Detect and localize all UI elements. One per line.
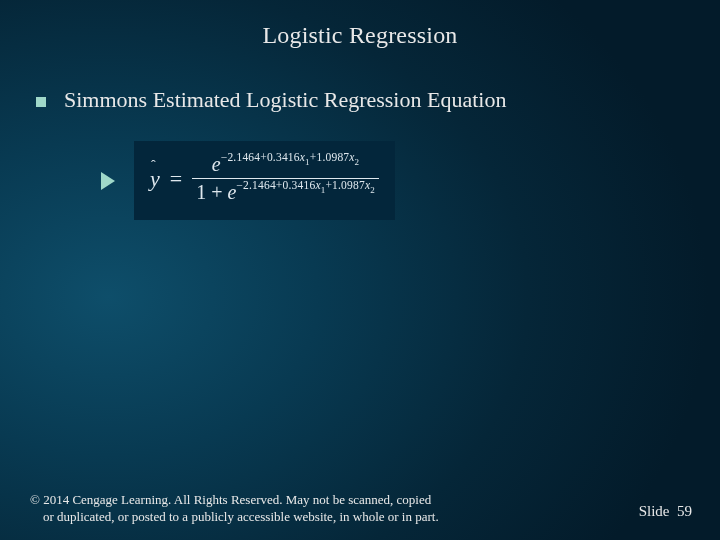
one-plus: 1 +	[196, 181, 227, 203]
copyright-line1: © 2014 Cengage Learning. All Rights Rese…	[30, 492, 431, 507]
bullet-row: Simmons Estimated Logistic Regression Eq…	[36, 87, 690, 113]
fraction: e−2.1464+0.3416x1+1.0987x2 1 + e−2.1464+…	[192, 151, 379, 206]
copyright-text: © 2014 Cengage Learning. All Rights Rese…	[30, 491, 439, 526]
bullet-text: Simmons Estimated Logistic Regression Eq…	[64, 87, 506, 113]
numerator: e−2.1464+0.3416x1+1.0987x2	[208, 151, 363, 178]
denominator: 1 + e−2.1464+0.3416x1+1.0987x2	[192, 179, 379, 206]
hat-symbol: ˆ	[151, 158, 156, 174]
slide-container: Logistic Regression Simmons Estimated Lo…	[0, 0, 720, 540]
slide-title: Logistic Regression	[30, 22, 690, 49]
exponent-num: −2.1464+0.3416x1+1.0987x2	[221, 151, 360, 163]
exponent-den: −2.1464+0.3416x1+1.0987x2	[236, 179, 375, 191]
equation-row: ˆ y = e−2.1464+0.3416x1+1.0987x2 1 + e−2…	[100, 141, 690, 220]
y-hat: ˆ y	[150, 166, 162, 192]
equals-sign: =	[170, 166, 182, 192]
triangle-play-icon	[100, 171, 116, 191]
slide-num-value: 59	[677, 503, 692, 519]
equation-box: ˆ y = e−2.1464+0.3416x1+1.0987x2 1 + e−2…	[134, 141, 395, 220]
svg-marker-0	[101, 172, 115, 190]
e-base-num: e	[212, 153, 221, 175]
slide-label: Slide	[639, 503, 670, 519]
square-bullet-icon	[36, 97, 46, 107]
footer: © 2014 Cengage Learning. All Rights Rese…	[0, 491, 720, 526]
copyright-line2: or duplicated, or posted to a publicly a…	[43, 509, 439, 524]
equation: ˆ y = e−2.1464+0.3416x1+1.0987x2 1 + e−2…	[150, 151, 379, 206]
slide-number: Slide 59	[639, 503, 692, 526]
